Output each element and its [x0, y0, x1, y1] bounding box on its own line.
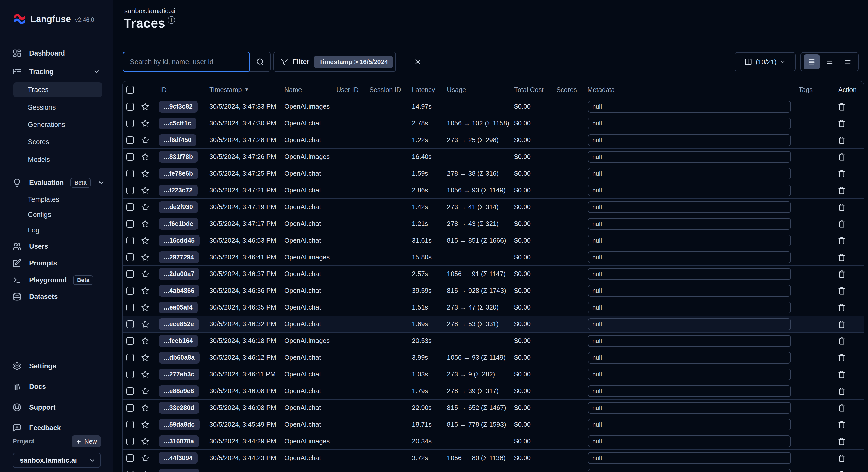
project-selector[interactable]: sanbox.lamatic.ai [13, 453, 101, 468]
delete-trace-icon[interactable] [838, 404, 846, 412]
table-row[interactable]: ...277eb3c 30/5/2024, 3:46:11 PM OpenAI.… [123, 366, 864, 382]
delete-trace-icon[interactable] [838, 337, 846, 345]
table-row[interactable]: ...4ab4866 30/5/2024, 3:46:36 PM OpenAI.… [123, 282, 864, 299]
column-header-total-cost[interactable]: Total Cost [514, 81, 555, 98]
sidebar-item-tracing[interactable]: Tracing [0, 65, 113, 79]
delete-trace-icon[interactable] [838, 136, 846, 144]
column-header-tags[interactable]: Tags [797, 81, 819, 98]
table-row[interactable]: ...ea05af4 30/5/2024, 3:46:35 PM OpenAI.… [123, 299, 864, 315]
star-icon[interactable] [141, 370, 150, 379]
star-icon[interactable] [141, 303, 150, 312]
density-medium-button[interactable] [822, 54, 838, 69]
table-row[interactable]: ...16cdd45 30/5/2024, 3:46:53 PM OpenAI.… [123, 232, 864, 249]
star-icon[interactable] [141, 203, 150, 211]
star-icon[interactable] [141, 236, 150, 245]
row-checkbox[interactable] [126, 254, 134, 261]
sidebar-item-prompts[interactable]: Prompts [0, 256, 113, 270]
row-checkbox[interactable] [126, 421, 134, 428]
delete-trace-icon[interactable] [838, 253, 846, 261]
trace-metadata-box[interactable]: null [588, 385, 791, 397]
trace-id-badge[interactable]: ...b311a4d [159, 469, 199, 472]
star-icon[interactable] [141, 136, 150, 144]
table-row[interactable]: ...9cf3c82 30/5/2024, 3:47:33 PM OpenAI.… [123, 98, 864, 115]
star-icon[interactable] [141, 186, 150, 195]
sidebar-item-templates[interactable]: Templates [0, 192, 113, 207]
info-icon[interactable]: i [167, 16, 175, 24]
trace-id-badge[interactable]: ...db60a8a [159, 352, 200, 364]
sidebar-item-traces[interactable]: Traces [0, 82, 113, 97]
new-project-button[interactable]: New [72, 436, 101, 447]
sidebar-item-scores[interactable]: Scores [0, 135, 113, 149]
table-row[interactable]: ...ece852e 30/5/2024, 3:46:32 PM OpenAI.… [123, 315, 864, 332]
star-icon[interactable] [141, 404, 150, 412]
trace-metadata-box[interactable]: null [588, 151, 791, 163]
trace-metadata-box[interactable]: null [588, 134, 791, 146]
trace-metadata-box[interactable]: null [588, 285, 791, 297]
delete-trace-icon[interactable] [838, 237, 846, 245]
trace-metadata-box[interactable]: null [588, 117, 791, 129]
table-row[interactable]: ...b311a4d 30/5/2024, 3:44:21 PM OpenAI.… [123, 466, 864, 472]
column-header-metadata[interactable]: Metadata [586, 81, 797, 98]
column-header-user-id[interactable]: User ID [335, 81, 368, 98]
row-checkbox[interactable] [126, 287, 134, 295]
delete-trace-icon[interactable] [838, 270, 846, 278]
table-row[interactable]: ...59da8dc 30/5/2024, 3:45:49 PM OpenAI.… [123, 416, 864, 433]
trace-metadata-box[interactable]: null [588, 335, 791, 347]
trace-id-badge[interactable]: ...f223c72 [159, 184, 198, 196]
row-checkbox[interactable] [126, 136, 134, 144]
search-submit-button[interactable] [250, 52, 270, 71]
trace-id-badge[interactable]: ...33e280d [159, 402, 199, 414]
trace-metadata-box[interactable]: null [588, 419, 791, 431]
column-visibility-button[interactable]: (10/21) [735, 52, 796, 71]
delete-trace-icon[interactable] [838, 303, 846, 311]
star-icon[interactable] [141, 169, 150, 178]
delete-trace-icon[interactable] [838, 170, 846, 178]
trace-id-badge[interactable]: ...9cf3c82 [159, 101, 198, 112]
trace-id-badge[interactable]: ...de2f930 [159, 201, 198, 213]
row-checkbox[interactable] [126, 270, 134, 278]
star-icon[interactable] [141, 353, 150, 362]
table-row[interactable]: ...33e280d 30/5/2024, 3:46:08 PM OpenAI.… [123, 399, 864, 416]
delete-trace-icon[interactable] [838, 370, 846, 378]
row-checkbox[interactable] [126, 220, 134, 228]
star-icon[interactable] [141, 420, 150, 429]
table-row[interactable]: ...831f78b 30/5/2024, 3:47:26 PM OpenAI.… [123, 148, 864, 165]
row-checkbox[interactable] [126, 321, 134, 328]
table-row[interactable]: ...44f3094 30/5/2024, 3:44:23 PM OpenAI.… [123, 449, 864, 466]
trace-metadata-box[interactable]: null [588, 184, 791, 196]
star-icon[interactable] [141, 320, 150, 329]
filter-chip-timestamp[interactable]: Timestamp > 16/5/2024 [314, 56, 393, 68]
row-checkbox[interactable] [126, 438, 134, 445]
row-checkbox[interactable] [126, 237, 134, 244]
table-row[interactable]: ...de2f930 30/5/2024, 3:47:19 PM OpenAI.… [123, 199, 864, 215]
delete-trace-icon[interactable] [838, 320, 846, 328]
trace-id-badge[interactable]: ...2da00a7 [159, 268, 199, 280]
trace-metadata-box[interactable]: null [588, 251, 791, 263]
trace-metadata-box[interactable]: null [588, 235, 791, 246]
trace-id-badge[interactable]: ...16cdd45 [159, 235, 200, 246]
delete-trace-icon[interactable] [838, 203, 846, 211]
row-checkbox[interactable] [126, 371, 134, 378]
trace-metadata-box[interactable]: null [588, 469, 791, 472]
sidebar-item-configs[interactable]: Configs [0, 208, 113, 222]
trace-id-badge[interactable]: ...831f78b [159, 151, 198, 163]
trace-id-badge[interactable]: ...e88a9e8 [159, 385, 199, 397]
delete-trace-icon[interactable] [838, 454, 846, 462]
table-row[interactable]: ...c5cff1c 30/5/2024, 3:47:30 PM OpenAI.… [123, 115, 864, 132]
star-icon[interactable] [141, 253, 150, 262]
column-header-session-id[interactable]: Session ID [368, 81, 411, 98]
sidebar-item-datasets[interactable]: Datasets [0, 290, 113, 304]
search-input[interactable] [123, 52, 250, 72]
column-header-name[interactable]: Name [282, 81, 335, 98]
row-checkbox[interactable] [126, 203, 134, 211]
trace-id-badge[interactable]: ...277eb3c [159, 369, 199, 380]
trace-metadata-box[interactable]: null [588, 352, 791, 364]
star-icon[interactable] [141, 220, 150, 228]
delete-trace-icon[interactable] [838, 420, 846, 429]
trace-id-badge[interactable]: ...fe78e6b [159, 168, 198, 179]
sidebar-item-dashboard[interactable]: Dashboard [0, 46, 113, 60]
trace-metadata-box[interactable]: null [588, 101, 791, 112]
density-tall-button[interactable] [840, 54, 856, 69]
trace-metadata-box[interactable]: null [588, 201, 791, 213]
star-icon[interactable] [141, 337, 150, 345]
